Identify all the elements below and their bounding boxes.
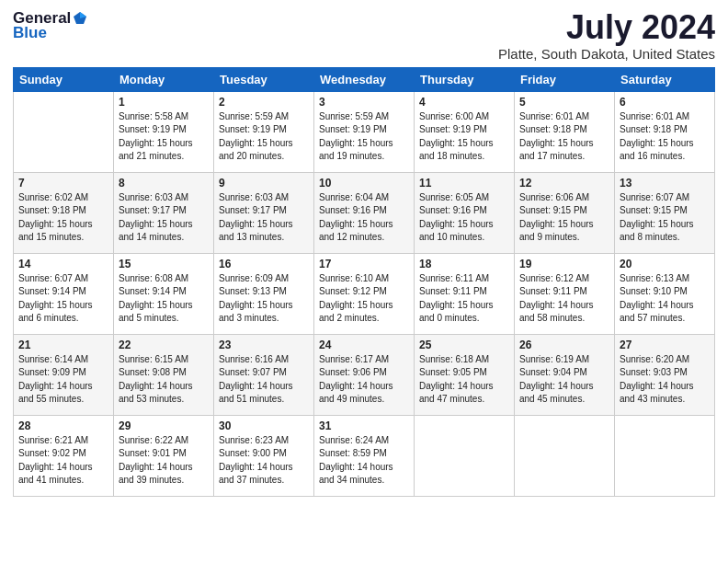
calendar-cell: 29Sunrise: 6:22 AM Sunset: 9:01 PM Dayli… (114, 415, 214, 496)
calendar-cell: 5Sunrise: 6:01 AM Sunset: 9:18 PM Daylig… (515, 91, 615, 172)
calendar-cell: 24Sunrise: 6:17 AM Sunset: 9:06 PM Dayli… (314, 334, 415, 415)
day-info: Sunrise: 5:59 AM Sunset: 9:19 PM Dayligh… (219, 110, 309, 164)
calendar-cell: 6Sunrise: 6:01 AM Sunset: 9:18 PM Daylig… (615, 91, 715, 172)
day-info: Sunrise: 6:08 AM Sunset: 9:14 PM Dayligh… (119, 272, 209, 326)
calendar-week-4: 21Sunrise: 6:14 AM Sunset: 9:09 PM Dayli… (14, 334, 715, 415)
calendar-cell: 12Sunrise: 6:06 AM Sunset: 9:15 PM Dayli… (515, 172, 615, 253)
day-number: 23 (219, 339, 309, 351)
day-number: 25 (419, 339, 509, 351)
page-container: General Blue July 2024 Platte, South Dak… (0, 0, 728, 506)
day-number: 26 (519, 339, 609, 351)
calendar-cell: 17Sunrise: 6:10 AM Sunset: 9:12 PM Dayli… (314, 253, 415, 334)
calendar-cell: 21Sunrise: 6:14 AM Sunset: 9:09 PM Dayli… (14, 334, 114, 415)
title-area: July 2024 Platte, South Dakota, United S… (498, 9, 715, 62)
day-info: Sunrise: 6:15 AM Sunset: 9:08 PM Dayligh… (119, 353, 209, 407)
day-number: 21 (18, 339, 108, 351)
calendar-cell: 13Sunrise: 6:07 AM Sunset: 9:15 PM Dayli… (615, 172, 715, 253)
calendar-header: SundayMondayTuesdayWednesdayThursdayFrid… (14, 67, 715, 91)
day-number: 30 (219, 419, 309, 432)
day-info: Sunrise: 6:00 AM Sunset: 9:19 PM Dayligh… (419, 110, 509, 164)
day-header-tuesday: Tuesday (214, 67, 314, 91)
header-row: SundayMondayTuesdayWednesdayThursdayFrid… (14, 67, 715, 91)
day-info: Sunrise: 6:18 AM Sunset: 9:05 PM Dayligh… (419, 353, 509, 407)
day-number: 11 (419, 177, 509, 190)
day-header-friday: Friday (515, 67, 615, 91)
logo-blue-text: Blue (13, 24, 47, 42)
day-info: Sunrise: 6:03 AM Sunset: 9:17 PM Dayligh… (219, 191, 309, 245)
day-info: Sunrise: 6:05 AM Sunset: 9:16 PM Dayligh… (419, 191, 509, 245)
day-number: 7 (18, 177, 108, 190)
calendar-cell: 19Sunrise: 6:12 AM Sunset: 9:11 PM Dayli… (515, 253, 615, 334)
calendar-cell: 20Sunrise: 6:13 AM Sunset: 9:10 PM Dayli… (615, 253, 715, 334)
calendar-cell: 22Sunrise: 6:15 AM Sunset: 9:08 PM Dayli… (114, 334, 214, 415)
day-info: Sunrise: 5:59 AM Sunset: 9:19 PM Dayligh… (319, 110, 409, 164)
calendar-cell: 11Sunrise: 6:05 AM Sunset: 9:16 PM Dayli… (415, 172, 515, 253)
calendar-cell: 14Sunrise: 6:07 AM Sunset: 9:14 PM Dayli… (14, 253, 114, 334)
calendar-week-5: 28Sunrise: 6:21 AM Sunset: 9:02 PM Dayli… (14, 415, 715, 496)
day-info: Sunrise: 6:03 AM Sunset: 9:17 PM Dayligh… (119, 191, 209, 245)
day-number: 17 (319, 258, 409, 270)
day-number: 1 (119, 96, 209, 109)
calendar-cell: 31Sunrise: 6:24 AM Sunset: 8:59 PM Dayli… (314, 415, 415, 496)
day-info: Sunrise: 6:07 AM Sunset: 9:15 PM Dayligh… (620, 191, 710, 245)
calendar-cell: 28Sunrise: 6:21 AM Sunset: 9:02 PM Dayli… (14, 415, 114, 496)
day-number: 2 (219, 96, 309, 109)
day-number: 27 (620, 339, 710, 351)
day-info: Sunrise: 6:02 AM Sunset: 9:18 PM Dayligh… (18, 191, 108, 245)
calendar-cell: 16Sunrise: 6:09 AM Sunset: 9:13 PM Dayli… (214, 253, 314, 334)
day-number: 31 (319, 419, 409, 432)
day-number: 20 (620, 258, 710, 270)
month-title: July 2024 (498, 9, 715, 46)
day-info: Sunrise: 6:20 AM Sunset: 9:03 PM Dayligh… (620, 353, 710, 407)
calendar-cell: 25Sunrise: 6:18 AM Sunset: 9:05 PM Dayli… (415, 334, 515, 415)
day-number: 19 (519, 258, 609, 270)
day-header-sunday: Sunday (14, 67, 114, 91)
day-number: 8 (119, 177, 209, 190)
day-number: 24 (319, 339, 409, 351)
day-info: Sunrise: 6:14 AM Sunset: 9:09 PM Dayligh… (18, 353, 108, 407)
calendar-cell: 26Sunrise: 6:19 AM Sunset: 9:04 PM Dayli… (515, 334, 615, 415)
day-header-saturday: Saturday (615, 67, 715, 91)
day-number: 29 (119, 419, 209, 432)
day-info: Sunrise: 6:01 AM Sunset: 9:18 PM Dayligh… (620, 110, 710, 164)
logo: General Blue (13, 9, 88, 42)
calendar-cell: 30Sunrise: 6:23 AM Sunset: 9:00 PM Dayli… (214, 415, 314, 496)
day-number: 12 (519, 177, 609, 190)
calendar-cell: 4Sunrise: 6:00 AM Sunset: 9:19 PM Daylig… (415, 91, 515, 172)
day-info: Sunrise: 6:23 AM Sunset: 9:00 PM Dayligh… (219, 434, 309, 488)
day-info: Sunrise: 6:22 AM Sunset: 9:01 PM Dayligh… (119, 434, 209, 488)
day-number: 10 (319, 177, 409, 190)
day-number: 4 (419, 96, 509, 109)
day-number: 28 (18, 419, 108, 432)
calendar-cell: 8Sunrise: 6:03 AM Sunset: 9:17 PM Daylig… (114, 172, 214, 253)
calendar-body: 1Sunrise: 5:58 AM Sunset: 9:19 PM Daylig… (14, 91, 715, 496)
day-info: Sunrise: 6:10 AM Sunset: 9:12 PM Dayligh… (319, 272, 409, 326)
day-header-wednesday: Wednesday (314, 67, 415, 91)
location-subtitle: Platte, South Dakota, United States (498, 46, 715, 62)
calendar-cell: 9Sunrise: 6:03 AM Sunset: 9:17 PM Daylig… (214, 172, 314, 253)
day-number: 14 (18, 258, 108, 270)
calendar-cell: 10Sunrise: 6:04 AM Sunset: 9:16 PM Dayli… (314, 172, 415, 253)
calendar-cell: 3Sunrise: 5:59 AM Sunset: 9:19 PM Daylig… (314, 91, 415, 172)
day-number: 6 (620, 96, 710, 109)
day-header-thursday: Thursday (415, 67, 515, 91)
calendar-cell: 2Sunrise: 5:59 AM Sunset: 9:19 PM Daylig… (214, 91, 314, 172)
day-info: Sunrise: 6:09 AM Sunset: 9:13 PM Dayligh… (219, 272, 309, 326)
calendar-cell (615, 415, 715, 496)
day-info: Sunrise: 6:16 AM Sunset: 9:07 PM Dayligh… (219, 353, 309, 407)
calendar-cell: 23Sunrise: 6:16 AM Sunset: 9:07 PM Dayli… (214, 334, 314, 415)
calendar-table: SundayMondayTuesdayWednesdayThursdayFrid… (13, 67, 715, 497)
day-number: 22 (119, 339, 209, 351)
day-info: Sunrise: 6:17 AM Sunset: 9:06 PM Dayligh… (319, 353, 409, 407)
calendar-cell: 7Sunrise: 6:02 AM Sunset: 9:18 PM Daylig… (14, 172, 114, 253)
day-info: Sunrise: 6:19 AM Sunset: 9:04 PM Dayligh… (519, 353, 609, 407)
calendar-week-2: 7Sunrise: 6:02 AM Sunset: 9:18 PM Daylig… (14, 172, 715, 253)
day-info: Sunrise: 6:01 AM Sunset: 9:18 PM Dayligh… (519, 110, 609, 164)
day-info: Sunrise: 5:58 AM Sunset: 9:19 PM Dayligh… (119, 110, 209, 164)
calendar-cell (515, 415, 615, 496)
calendar-cell: 1Sunrise: 5:58 AM Sunset: 9:19 PM Daylig… (114, 91, 214, 172)
day-number: 5 (519, 96, 609, 109)
day-info: Sunrise: 6:06 AM Sunset: 9:15 PM Dayligh… (519, 191, 609, 245)
calendar-cell (14, 91, 114, 172)
day-number: 3 (319, 96, 409, 109)
